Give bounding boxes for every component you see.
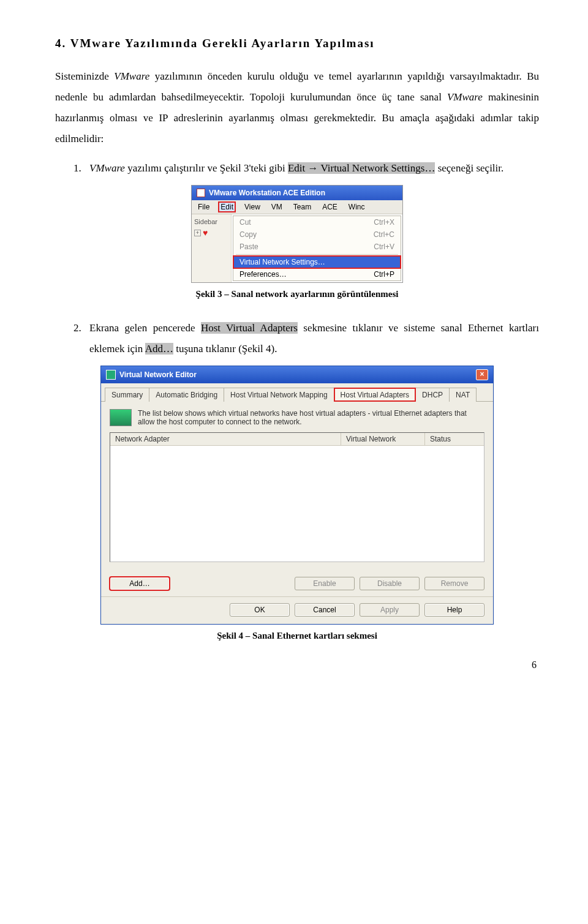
tab-description: The list below shows which virtual netwo… xyxy=(101,402,493,430)
figure-caption-4: Şekil 4 – Sanal Ethernet kartları sekmes… xyxy=(55,631,539,641)
tab-automatic-bridging[interactable]: Automatic Bridging xyxy=(149,388,224,402)
apply-button[interactable]: Apply xyxy=(360,603,420,617)
menubar[interactable]: File Edit View VM Team ACE Winc xyxy=(192,200,402,214)
section-heading: 4. VMware Yazılımında Gerekli Ayarların … xyxy=(55,37,539,50)
adapters-list[interactable]: Network Adapter Virtual Network Status xyxy=(110,432,484,562)
menu-item-label: Virtual Network Settings… xyxy=(239,258,325,266)
tab-host-virtual-network-mapping[interactable]: Host Virtual Network Mapping xyxy=(224,388,334,402)
menu-item-paste[interactable]: Paste Ctrl+V xyxy=(233,241,401,253)
list-text: VMware yazılımı çalıştırılır ve Şekil 3'… xyxy=(89,158,503,179)
dialog-footer: OK Cancel Apply Help xyxy=(101,596,493,624)
tree-expand-icon[interactable]: + xyxy=(194,230,201,236)
list-item-2: 2. Ekrana gelen pencerede Host Virtual A… xyxy=(74,318,539,359)
text: Ekrana gelen pencerede xyxy=(89,322,201,334)
text: seçeneği seçilir. xyxy=(435,162,503,174)
menu-item-copy[interactable]: Copy Ctrl+C xyxy=(233,228,401,241)
highlight-text: Host Virtual Adapters xyxy=(201,322,298,334)
description-text: The list below shows which virtual netwo… xyxy=(138,409,484,426)
menu-item-label: Preferences… xyxy=(239,270,287,279)
paragraph-1: Sisteminizde VMware yazılımının önceden … xyxy=(55,66,539,149)
disable-button[interactable]: Disable xyxy=(360,577,420,590)
screenshot-vmware-menu: VMware Workstation ACE Edition File Edit… xyxy=(191,185,403,283)
cancel-button[interactable]: Cancel xyxy=(295,603,355,617)
menu-edit[interactable]: Edit xyxy=(218,201,236,212)
sidebar-tree[interactable]: + ♥ xyxy=(194,228,228,238)
list-text: Ekrana gelen pencerede Host Virtual Adap… xyxy=(89,318,539,359)
window-title: Virtual Network Editor xyxy=(119,370,197,379)
window-titlebar: Virtual Network Editor × xyxy=(101,366,493,383)
window-title: VMware Workstation ACE Edition xyxy=(209,189,325,197)
menu-team[interactable]: Team xyxy=(291,201,314,212)
menu-item-shortcut: Ctrl+C xyxy=(374,230,394,239)
italic-text: VMware xyxy=(447,91,483,103)
remove-button[interactable]: Remove xyxy=(424,577,484,590)
app-icon xyxy=(197,189,205,197)
figure-caption-3: Şekil 3 – Sanal network ayarlarının görü… xyxy=(55,289,539,299)
menu-separator xyxy=(236,254,398,255)
sidebar: Sidebar + ♥ xyxy=(192,214,232,282)
favorites-icon: ♥ xyxy=(203,228,208,238)
help-button[interactable]: Help xyxy=(424,603,484,617)
highlight-text: Add… xyxy=(145,343,173,355)
close-button[interactable]: × xyxy=(476,369,488,380)
menu-item-shortcut: Ctrl+P xyxy=(374,270,394,279)
add-button[interactable]: Add… xyxy=(110,577,170,590)
text: tuşuna tıklanır (Şekil 4). xyxy=(173,343,277,355)
list-item-1: 1. VMware yazılımı çalıştırılır ve Şekil… xyxy=(74,158,539,179)
window-titlebar: VMware Workstation ACE Edition xyxy=(192,186,402,200)
col-virtual-network[interactable]: Virtual Network xyxy=(341,433,425,445)
menu-item-shortcut: Ctrl+V xyxy=(374,242,394,251)
menu-item-cut[interactable]: Cut Ctrl+X xyxy=(233,216,401,228)
text: Sisteminizde xyxy=(55,70,114,82)
col-status[interactable]: Status xyxy=(425,433,484,445)
menu-item-shortcut: Ctrl+X xyxy=(374,218,394,227)
app-icon xyxy=(106,370,116,380)
page-number: 6 xyxy=(55,659,539,670)
edit-dropdown-menu: Cut Ctrl+X Copy Ctrl+C Paste Ctrl+V Virt… xyxy=(233,216,401,281)
enable-button[interactable]: Enable xyxy=(295,577,355,590)
menu-item-label: Paste xyxy=(239,242,258,251)
menu-vm[interactable]: VM xyxy=(269,201,285,212)
italic-text: VMware xyxy=(89,162,125,174)
ok-button[interactable]: OK xyxy=(230,603,290,617)
screenshot-virtual-network-editor: Virtual Network Editor × Summary Automat… xyxy=(100,366,494,625)
tab-bar: Summary Automatic Bridging Host Virtual … xyxy=(101,383,493,402)
menu-item-label: Cut xyxy=(239,218,251,227)
tab-nat[interactable]: NAT xyxy=(449,388,477,402)
menu-item-label: Copy xyxy=(239,230,257,239)
tab-dhcp[interactable]: DHCP xyxy=(415,388,450,402)
action-button-row: Add… Enable Disable Remove xyxy=(101,568,493,596)
menu-ace[interactable]: ACE xyxy=(320,201,340,212)
menu-window[interactable]: Winc xyxy=(346,201,368,212)
sidebar-label: Sidebar xyxy=(194,218,228,225)
network-card-icon xyxy=(110,409,132,426)
menu-view[interactable]: View xyxy=(242,201,263,212)
menu-item-virtual-network-settings[interactable]: Virtual Network Settings… xyxy=(233,256,401,268)
italic-text: VMware xyxy=(114,70,149,82)
col-network-adapter[interactable]: Network Adapter xyxy=(110,433,341,445)
list-number: 2. xyxy=(74,318,89,359)
menu-file[interactable]: File xyxy=(195,201,212,212)
tab-summary[interactable]: Summary xyxy=(105,388,149,402)
list-header: Network Adapter Virtual Network Status xyxy=(110,433,484,446)
list-number: 1. xyxy=(74,158,89,179)
highlight-text: Edit → Virtual Network Settings… xyxy=(288,162,435,174)
text: yazılımı çalıştırılır ve Şekil 3'teki gi… xyxy=(125,162,288,174)
menu-item-preferences[interactable]: Preferences… Ctrl+P xyxy=(233,268,401,280)
tab-host-virtual-adapters[interactable]: Host Virtual Adapters xyxy=(334,388,417,402)
